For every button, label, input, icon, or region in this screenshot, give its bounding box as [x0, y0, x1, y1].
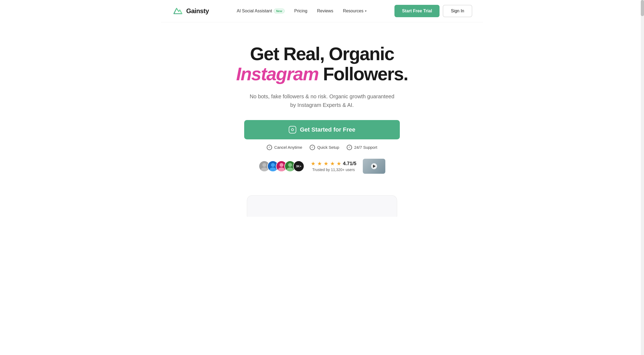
stars-row: ★ ★ ★ ★ ★ 4.71/5	[311, 160, 356, 167]
check-icon-cancel: ✓	[267, 145, 272, 150]
logo-icon	[172, 5, 184, 17]
instagram-highlight: Instagram	[236, 64, 319, 84]
rating-number: 4.71/5	[343, 161, 356, 166]
avatar-count: 3K+	[293, 161, 304, 172]
sign-in-button[interactable]: Sign In	[443, 5, 472, 17]
logo-text: Gainsty	[186, 7, 209, 15]
rating-section: ★ ★ ★ ★ ★ 4.71/5 Trusted by 11,320+ user…	[311, 160, 356, 172]
hero-title: Get Real, Organic Instagram Followers.	[236, 44, 408, 84]
nav-actions: Start Free Trial Sign In	[394, 5, 472, 17]
hero-features: ✓ Cancel Anytime ✓ Quick Setup ✓ 24/7 Su…	[267, 145, 377, 150]
star-2: ★	[317, 160, 322, 167]
instagram-icon-circle	[291, 128, 294, 131]
svg-point-8	[280, 163, 283, 167]
play-button[interactable]	[371, 163, 377, 169]
nav-pricing[interactable]: Pricing	[294, 9, 308, 13]
feature-setup: ✓ Quick Setup	[310, 145, 339, 150]
new-badge: New	[274, 9, 285, 13]
feature-support: ✓ 24/7 Support	[347, 145, 377, 150]
check-icon-setup: ✓	[310, 145, 315, 150]
bottom-card	[247, 195, 397, 217]
feature-cancel: ✓ Cancel Anytime	[267, 145, 302, 150]
nav-reviews[interactable]: Reviews	[317, 9, 333, 13]
play-icon	[373, 165, 376, 168]
check-icon-support: ✓	[347, 145, 352, 150]
svg-point-5	[271, 163, 275, 167]
hero-subtitle: No bots, fake followers & no risk. Organ…	[247, 92, 397, 109]
navbar: Gainsty AI Social Assistant New Pricing …	[161, 0, 483, 22]
chevron-down-icon: ▾	[365, 9, 367, 13]
star-1: ★	[311, 160, 316, 167]
svg-point-2	[262, 163, 266, 167]
nav-links: AI Social Assistant New Pricing Reviews …	[237, 9, 367, 13]
star-5: ★	[336, 160, 341, 167]
get-started-button[interactable]: Get Started for Free	[244, 120, 400, 139]
nav-ai-social[interactable]: AI Social Assistant New	[237, 9, 284, 13]
social-proof: 3K+ ★ ★ ★ ★ ★ 4.71/5 Trusted by 11,320+ …	[259, 159, 385, 174]
logo-link[interactable]: Gainsty	[172, 5, 209, 17]
hero-section: Get Real, Organic Instagram Followers. N…	[161, 22, 483, 190]
instagram-icon	[289, 126, 296, 133]
bottom-card-container	[161, 190, 483, 217]
svg-point-11	[288, 163, 292, 167]
star-4: ★	[330, 160, 335, 167]
video-thumbnail[interactable]	[363, 159, 385, 174]
trusted-text: Trusted by 11,320+ users	[311, 168, 356, 172]
nav-resources[interactable]: Resources ▾	[343, 9, 367, 13]
svg-rect-0	[172, 5, 184, 17]
star-3: ★	[324, 160, 328, 167]
start-free-trial-button[interactable]: Start Free Trial	[394, 5, 440, 17]
avatar-group: 3K+	[259, 161, 304, 172]
